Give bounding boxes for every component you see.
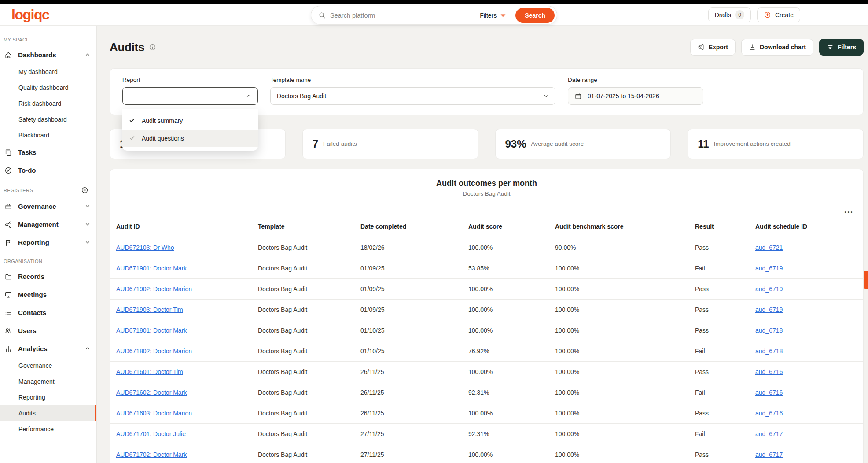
cell-template: Doctors Bag Audit [258, 299, 360, 320]
column-header[interactable]: Result [695, 216, 755, 237]
audit-schedule-link[interactable]: aud_6721 [755, 244, 783, 251]
audit-schedule-link[interactable]: aud_6716 [755, 410, 783, 417]
sidebar-item-records[interactable]: Records [0, 267, 96, 285]
audit-schedule-link[interactable]: aud_6716 [755, 389, 783, 396]
audit-id-link[interactable]: AUD671901: Doctor Mark [116, 265, 187, 272]
report-select[interactable] [122, 87, 258, 105]
contacts-icon [4, 309, 12, 317]
sidebar-item-governance[interactable]: Governance [0, 197, 96, 215]
column-header[interactable]: Audit benchmark score [555, 216, 695, 237]
cell-date-completed: 01/09/25 [360, 299, 468, 320]
sidebar-item-contacts[interactable]: Contacts [0, 304, 96, 322]
cell-template: Doctors Bag Audit [258, 237, 360, 258]
download-chart-button[interactable]: Download chart [741, 39, 813, 56]
column-header[interactable]: Audit score [468, 216, 555, 237]
filters-button[interactable]: Filters [819, 39, 864, 56]
audit-id-link[interactable]: AUD671602: Doctor Mark [116, 389, 187, 396]
cell-audit-schedule-id: aud_6719 [755, 258, 863, 278]
cell-audit-schedule-id: aud_6717 [755, 423, 863, 444]
column-header[interactable]: Template [258, 216, 360, 237]
audit-schedule-link[interactable]: aud_6717 [755, 430, 783, 437]
cell-date-completed: 18/02/26 [360, 237, 468, 258]
audit-id-link[interactable]: AUD671702: Doctor Mark [116, 451, 187, 458]
audit-id-link[interactable]: AUD671701: Doctor Julie [116, 430, 186, 437]
page-header: Audits Export Download chart Filters [110, 38, 864, 56]
sidebar-item-reporting[interactable]: Reporting [0, 233, 96, 252]
search-input[interactable] [330, 12, 475, 19]
sidebar-subitem-risk-dashboard[interactable]: Risk dashboard [0, 96, 96, 111]
sidebar-item-management[interactable]: Management [0, 215, 96, 233]
cell-date-completed: 26/11/25 [360, 361, 468, 382]
sidebar-item-analytics[interactable]: Analytics [0, 340, 96, 358]
cell-audit-score: 92.31% [468, 423, 555, 444]
report-dropdown-option-0[interactable]: Audit summary [122, 112, 258, 130]
chart-more-menu[interactable]: ... [844, 206, 853, 214]
audit-schedule-link[interactable]: aud_6718 [755, 327, 783, 334]
cell-date-completed: 01/09/25 [360, 278, 468, 299]
table-row: AUD671801: Doctor MarkDoctors Bag Audit0… [110, 320, 863, 341]
sidebar-item-label: To-do [18, 167, 36, 174]
feedback-tab[interactable] [864, 271, 868, 289]
audit-id-link[interactable]: AUD671603: Doctor Marion [116, 410, 192, 417]
cell-date-completed: 01/10/25 [360, 320, 468, 341]
audit-id-link[interactable]: AUD671601: Doctor Tim [116, 368, 183, 375]
table-row: AUD671901: Doctor MarkDoctors Bag Audit0… [110, 258, 863, 278]
cell-date-completed: 26/11/25 [360, 403, 468, 423]
sidebar-item-meetings[interactable]: Meetings [0, 285, 96, 304]
sidebar-subitem-safety-dashboard[interactable]: Safety dashboard [0, 111, 96, 127]
sidebar-subitem-reporting[interactable]: Reporting [0, 389, 96, 405]
sidebar-subitem-quality-dashboard[interactable]: Quality dashboard [0, 80, 96, 96]
sidebar-subitem-my-dashboard[interactable]: My dashboard [0, 64, 96, 80]
cell-template: Doctors Bag Audit [258, 320, 360, 341]
audit-id-link[interactable]: AUD671903: Doctor Tim [116, 306, 183, 313]
sidebar-item-todo[interactable]: To-do [0, 161, 96, 179]
cell-template: Doctors Bag Audit [258, 258, 360, 278]
section-title: MY SPACE [4, 37, 29, 42]
cell-audit-score: 100.00% [468, 278, 555, 299]
audit-schedule-link[interactable]: aud_6717 [755, 451, 783, 458]
sidebar-subitem-governance[interactable]: Governance [0, 358, 96, 374]
sidebar-item-tasks[interactable]: Tasks [0, 143, 96, 161]
cell-audit-score: 100.00% [468, 361, 555, 382]
export-icon [698, 44, 705, 51]
sidebar-item-label: Meetings [18, 291, 47, 298]
audit-schedule-link[interactable]: aud_6719 [755, 306, 783, 313]
column-header[interactable]: Audit schedule ID [755, 216, 863, 237]
sidebar-item-users[interactable]: Users [0, 322, 96, 340]
column-header[interactable]: Audit ID [110, 216, 258, 237]
info-icon[interactable] [149, 44, 156, 51]
cell-result: Pass [695, 299, 755, 320]
report-label: Report [122, 77, 258, 83]
template-name-select[interactable]: Doctors Bag Audit [270, 87, 555, 105]
sidebar-subitem-performance[interactable]: Performance [0, 421, 96, 437]
create-button[interactable]: Create [757, 7, 800, 22]
plus-circle-icon[interactable] [81, 186, 88, 194]
export-label: Export [709, 44, 728, 51]
date-range-input[interactable]: 01-07-2025 to 15-04-2026 [568, 87, 703, 105]
cell-audit-benchmark-score: 100.00% [555, 423, 695, 444]
download-icon [749, 44, 756, 51]
audit-schedule-link[interactable]: aud_6719 [755, 285, 783, 293]
report-dropdown: Audit summaryAudit questions [122, 109, 258, 151]
search-filters-toggle[interactable]: Filters [480, 12, 507, 19]
audit-id-link[interactable]: AUD671802: Doctor Marion [116, 348, 192, 355]
export-button[interactable]: Export [690, 39, 736, 56]
drafts-button[interactable]: Drafts 0 [708, 7, 751, 22]
audit-schedule-link[interactable]: aud_6716 [755, 368, 783, 375]
report-dropdown-option-1[interactable]: Audit questions [122, 130, 258, 147]
audit-schedule-link[interactable]: aud_6719 [755, 265, 783, 272]
sidebar-item-dashboards[interactable]: Dashboards [0, 46, 96, 64]
search-button[interactable]: Search [515, 8, 555, 23]
audit-id-link[interactable]: AUD672103: Dr Who [116, 244, 174, 251]
sidebar-subitem-audits[interactable]: Audits [0, 405, 96, 421]
audit-id-link[interactable]: AUD671801: Doctor Mark [116, 327, 187, 334]
stat-card-1: 7Failed audits [302, 129, 478, 159]
chart-title: Audit outcomes per month [110, 179, 863, 188]
sidebar-subitem-management[interactable]: Management [0, 374, 96, 389]
column-header[interactable]: Date completed [360, 216, 468, 237]
cell-template: Doctors Bag Audit [258, 423, 360, 444]
cell-audit-score: 100.00% [468, 237, 555, 258]
audit-id-link[interactable]: AUD671902: Doctor Marion [116, 285, 192, 293]
sidebar-subitem-blackboard[interactable]: Blackboard [0, 127, 96, 143]
audit-schedule-link[interactable]: aud_6718 [755, 348, 783, 355]
